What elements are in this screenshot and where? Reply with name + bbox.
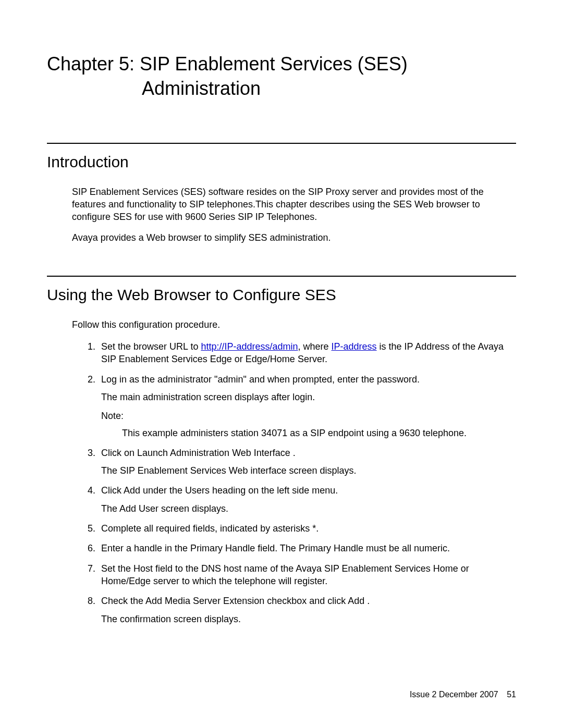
footer-page-number: 51: [507, 690, 516, 699]
section-rule: [47, 276, 516, 277]
step-3: Click on Launch Administration Web Inter…: [88, 447, 516, 477]
section-configure-ses: Using the Web Browser to Configure SES F…: [47, 276, 516, 625]
section-heading-configure: Using the Web Browser to Configure SES: [47, 286, 516, 304]
page-footer: Issue 2 December 2007 51: [410, 690, 516, 699]
step-6-text: Enter a handle in the Primary Handle fie…: [101, 543, 450, 553]
procedure-intro: Follow this configuration procedure.: [72, 318, 516, 331]
section-heading-introduction: Introduction: [47, 153, 516, 171]
chapter-title-line1: Chapter 5: SIP Enablement Services (SES): [47, 52, 516, 77]
procedure-list: Set the browser URL to http://IP-address…: [88, 340, 516, 625]
step-2: Log in as the administrator "admin" and …: [88, 373, 516, 439]
step-1-text-mid: , where: [298, 341, 332, 352]
section-introduction: Introduction SIP Enablement Services (SE…: [47, 143, 516, 244]
intro-paragraph-2: Avaya provides a Web browser to simplify…: [72, 231, 516, 244]
step-8-text: Check the Add Media Server Extension che…: [101, 596, 370, 606]
section-rule: [47, 143, 516, 144]
step-3-sub: The SIP Enablement Services Web interfac…: [101, 464, 516, 477]
step-2-sub: The main administration screen displays …: [101, 391, 516, 403]
step-7: Set the Host field to the DNS host name …: [88, 562, 516, 588]
step-4-text: Click Add under the Users heading on the…: [101, 485, 338, 496]
document-page: Chapter 5: SIP Enablement Services (SES)…: [0, 0, 563, 728]
step-4-sub: The Add User screen displays.: [101, 502, 516, 515]
footer-issue: Issue 2 December 2007: [410, 690, 498, 699]
step-1: Set the browser URL to http://IP-address…: [88, 340, 516, 366]
step-8-sub: The confirmation screen displays.: [101, 613, 516, 625]
step-2-text: Log in as the administrator "admin" and …: [101, 374, 420, 385]
note-label: Note:: [101, 410, 516, 422]
ip-address-link[interactable]: IP-address: [332, 341, 377, 352]
step-7-text: Set the Host field to the DNS host name …: [101, 563, 469, 586]
step-1-text-pre: Set the browser URL to: [101, 341, 201, 352]
step-4: Click Add under the Users heading on the…: [88, 484, 516, 515]
note-body: This example administers station 34071 a…: [122, 427, 474, 439]
step-5-text: Complete all required fields, indicated …: [101, 523, 319, 534]
step-6: Enter a handle in the Primary Handle fie…: [88, 542, 516, 554]
intro-paragraph-1: SIP Enablement Services (SES) software r…: [72, 186, 516, 224]
step-5: Complete all required fields, indicated …: [88, 522, 516, 535]
chapter-title: Chapter 5: SIP Enablement Services (SES)…: [47, 52, 516, 101]
step-8: Check the Add Media Server Extension che…: [88, 595, 516, 625]
step-3-text: Click on Launch Administration Web Inter…: [101, 448, 296, 458]
chapter-title-line2: Administration: [47, 77, 516, 101]
url-link[interactable]: http://IP-address/admin: [201, 341, 298, 352]
